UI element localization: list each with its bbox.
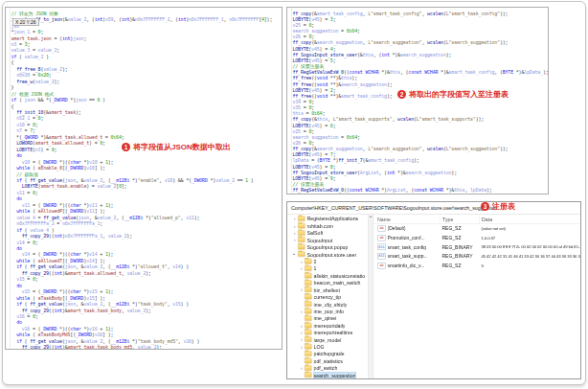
value-data: 1.0.0.37 xyxy=(479,233,580,242)
folder-icon xyxy=(305,302,312,308)
key-label: imereportdaily xyxy=(314,323,346,329)
badge-3-icon: 3 xyxy=(481,202,489,211)
column-header-name[interactable]: Name xyxy=(373,217,440,222)
registry-key-large_model[interactable]: ›large_model xyxy=(287,336,368,343)
registry-key-ime_cfg_shiply[interactable]: ime_cfg_shiply xyxy=(287,301,368,308)
chevron-expanded-icon[interactable]: › xyxy=(292,252,298,258)
registry-key-1[interactable]: ›1 xyxy=(287,264,368,271)
folder-icon xyxy=(305,287,312,293)
chevron-collapsed-icon[interactable]: › xyxy=(299,365,305,371)
registry-value-row[interactable]: absmartinfo_dic_v...REG_SZ9 xyxy=(373,261,580,270)
registry-key-ime_qimei[interactable]: ime_qimei xyxy=(287,314,368,321)
string-value-icon: ab xyxy=(378,235,386,241)
registry-key-SogouInput.popup[interactable]: SogouInput.popup xyxy=(287,243,368,250)
folder-icon xyxy=(298,223,305,229)
key-label: patchupgrade xyxy=(314,351,345,356)
string-value-icon: ab xyxy=(378,225,386,232)
chevron-collapsed-icon[interactable]: › xyxy=(299,337,305,343)
value-type: REG_SZ xyxy=(440,224,479,234)
value-data: 45 42 42 42 31 41 46 41 33 42 30 36 37 4… xyxy=(479,252,580,262)
registry-key-SogouInput[interactable]: ›SogouInput xyxy=(287,237,368,243)
registry-key-imereportrealtime[interactable]: ›imereportrealtime xyxy=(287,329,368,335)
chevron-collapsed-icon[interactable]: › xyxy=(299,344,305,350)
registry-key-rohitab.com[interactable]: ›rohitab.com xyxy=(287,222,368,229)
registry-key-allskin_statusiconstatio[interactable]: allskin_statusiconstatio xyxy=(287,272,368,279)
folder-icon xyxy=(305,309,312,314)
registry-key-biz_shellext[interactable]: ›biz_shellext xyxy=(287,286,368,293)
registry-key-search_suggestion[interactable]: search_suggestion xyxy=(287,372,368,378)
folder-icon xyxy=(305,373,312,378)
scroll-up-icon[interactable]: ▲ xyxy=(369,215,372,218)
chevron-collapsed-icon[interactable]: › xyxy=(299,287,305,293)
folder-icon xyxy=(305,323,312,329)
registry-key-SalSoft[interactable]: ›SalSoft xyxy=(287,229,368,236)
value-name: smart_task_config xyxy=(388,244,427,250)
chevron-collapsed-icon[interactable]: › xyxy=(299,309,305,314)
registry-key-ime_pop_info[interactable]: ›ime_pop_info xyxy=(287,308,368,314)
coordinate-tooltip: X:20 Y:26 xyxy=(12,18,65,33)
value-list-header: NameTypeData xyxy=(373,216,580,224)
registry-key-imereportdaily[interactable]: ›imereportdaily xyxy=(287,322,368,329)
registry-value-row[interactable]: 011smart_task_supp...REG_BINARY45 42 42 … xyxy=(373,252,580,262)
folder-icon xyxy=(305,365,312,371)
chevron-collapsed-icon[interactable]: › xyxy=(292,230,298,236)
folder-icon xyxy=(298,244,305,250)
registry-key-0[interactable]: ›0 xyxy=(287,258,368,264)
chevron-collapsed-icon[interactable]: › xyxy=(292,238,298,243)
chevron-collapsed-icon[interactable]: › xyxy=(299,259,305,264)
registry-key-pdf_switch[interactable]: ›pdf_switch xyxy=(287,364,368,371)
folder-icon xyxy=(298,230,305,236)
registry-key-LOG[interactable]: ›LOG xyxy=(287,343,368,350)
key-label: SalSoft xyxy=(307,230,324,236)
binary-value-icon: 011 xyxy=(378,243,386,250)
folder-icon xyxy=(305,330,312,335)
folder-icon xyxy=(305,273,312,279)
key-label: ime_cfg_shiply xyxy=(314,301,348,307)
folder-icon xyxy=(305,280,312,286)
key-label: SogouInput.popup xyxy=(307,244,349,250)
value-type: REG_SZ xyxy=(440,261,479,270)
value-data: 38 03 00 00 ff ff ff 7f 2c 00 02 00 02 0… xyxy=(479,242,580,252)
key-label: ime_pop_info xyxy=(314,309,345,314)
folder-icon xyxy=(305,315,312,321)
key-label: SogouInput.store.user xyxy=(307,251,357,257)
folder-icon xyxy=(305,358,312,364)
registry-value-row[interactable]: 011smart_task_configREG_BINARY38 03 00 0… xyxy=(373,242,580,252)
key-label: rohitab.com xyxy=(307,223,333,229)
pseudocode-panel-json-extract: // 转化为 JSON 对象json_1 = ff_to_json(&value… xyxy=(5,7,283,350)
key-label: biz_shellext xyxy=(314,286,340,292)
binary-value-icon: 011 xyxy=(378,253,386,260)
registry-key-RegisteredApplications[interactable]: ›RegisteredApplications xyxy=(287,216,368,222)
chevron-collapsed-icon[interactable]: › xyxy=(292,223,298,229)
key-label: 0 xyxy=(314,259,317,264)
registry-value-row[interactable]: ab(Default)REG_SZ(value not set) xyxy=(373,224,580,234)
key-label: imereportrealtime xyxy=(314,330,353,335)
key-label: pdf_switch xyxy=(314,365,338,371)
annotation-text: 注册表 xyxy=(492,201,515,212)
chevron-collapsed-icon[interactable]: › xyxy=(299,265,305,271)
column-header-data[interactable]: Data xyxy=(479,216,580,224)
registry-key-SogouInput.store.user[interactable]: ›SogouInput.store.user xyxy=(287,251,368,258)
registry-key-beacon_main_switch[interactable]: beacon_main_switch xyxy=(287,279,368,286)
registry-key-pdf_statistics[interactable]: pdf_statistics xyxy=(287,357,368,364)
folder-icon xyxy=(305,344,312,350)
chevron-collapsed-icon[interactable]: › xyxy=(299,323,305,329)
registry-key-tree: ›RegisteredApplications›rohitab.com›SalS… xyxy=(287,215,368,379)
column-header-type[interactable]: Type xyxy=(440,216,479,224)
folder-icon xyxy=(305,337,312,343)
annotation-json-extract: 1 将字段值从JSON数据中取出 xyxy=(122,142,231,152)
registry-address-bar[interactable]: Computer\HKEY_CURRENT_USER\SOFTWARE\Sogo… xyxy=(287,202,580,215)
badge-1-icon: 1 xyxy=(122,143,130,151)
key-label: allskin_statusiconstatio xyxy=(314,273,366,279)
folder-icon xyxy=(305,259,312,264)
registry-key-patchupgrade[interactable]: patchupgrade xyxy=(287,351,368,357)
chevron-collapsed-icon[interactable]: › xyxy=(299,330,305,335)
code-line: ff_RegSetValueExW_0((const WCHAR *)ArgLi… xyxy=(293,187,550,193)
registry-value-row[interactable]: abPromotion_conf...REG_SZ1.0.0.37 xyxy=(373,233,580,242)
key-label: currency_tip xyxy=(314,294,342,300)
chevron-collapsed-icon[interactable]: › xyxy=(292,216,298,221)
folder-icon xyxy=(305,265,312,271)
key-label: pdf_statistics xyxy=(314,358,343,364)
value-name: smartinfo_dic_v... xyxy=(388,263,425,268)
registry-key-currency_tip[interactable]: currency_tip xyxy=(287,293,368,300)
